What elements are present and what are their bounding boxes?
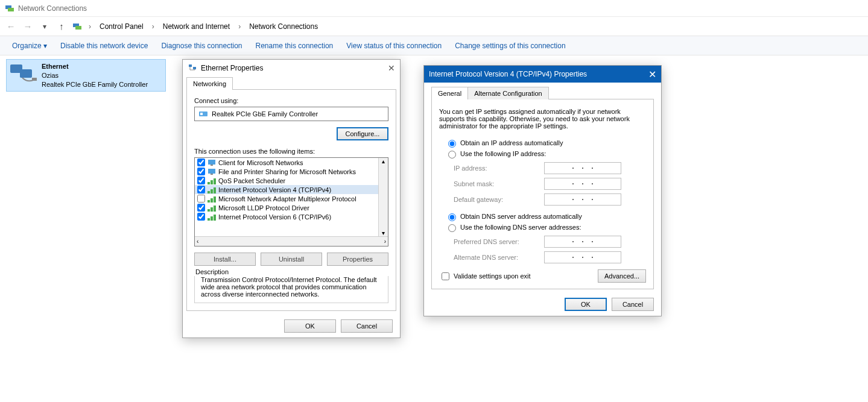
- cancel-button[interactable]: Cancel: [341, 319, 393, 333]
- network-icon: [188, 63, 197, 73]
- preferred-dns-field[interactable]: [544, 236, 621, 248]
- svg-rect-1: [8, 8, 14, 11]
- connection-item[interactable]: QoS Packet Scheduler: [195, 176, 378, 185]
- subnet-field[interactable]: [544, 178, 621, 190]
- adapter-field[interactable]: Realtek PCIe GbE Family Controller: [194, 107, 388, 121]
- advanced-button[interactable]: Advanced...: [598, 269, 646, 283]
- connection-item[interactable]: Internet Protocol Version 6 (TCP/IPv6): [195, 212, 378, 221]
- up-button[interactable]: ↑: [55, 21, 68, 31]
- organize-menu[interactable]: Organize ▾: [12, 42, 47, 50]
- svg-rect-13: [208, 169, 215, 174]
- radio-use-ip[interactable]: Use the following IP address:: [445, 149, 646, 159]
- radio-obtain-dns[interactable]: Obtain DNS server address automatically: [445, 212, 646, 221]
- svg-rect-6: [32, 78, 37, 81]
- breadcrumb-control-panel[interactable]: Control Panel: [98, 22, 145, 31]
- adapter-icon: [198, 109, 208, 119]
- radio-obtain-dns-input[interactable]: [448, 213, 456, 221]
- svg-rect-27: [207, 218, 210, 221]
- svg-rect-26: [214, 206, 216, 212]
- validate-checkbox[interactable]: Validate settings upon exit: [439, 271, 531, 282]
- cancel-button[interactable]: Cancel: [612, 298, 654, 311]
- item-checkbox[interactable]: [197, 177, 205, 184]
- address-bar: ← → ▾ ↑ › Control Panel › Network and In…: [0, 17, 868, 36]
- breadcrumb-network-internet[interactable]: Network and Internet: [161, 22, 232, 31]
- item-checkbox[interactable]: [197, 204, 205, 212]
- radio-obtain-ip-input[interactable]: [448, 140, 456, 148]
- svg-rect-14: [211, 174, 213, 175]
- connection-adapter: Realtek PCIe GbE Family Controller: [42, 80, 148, 89]
- close-icon[interactable]: ✕: [648, 69, 656, 80]
- network-icon: [5, 4, 14, 13]
- network-protocol-icon: [207, 204, 216, 212]
- radio-use-dns[interactable]: Use the following DNS server addresses:: [445, 222, 646, 232]
- recent-dropdown[interactable]: ▾: [39, 22, 51, 31]
- item-label: QoS Packet Scheduler: [218, 177, 285, 184]
- svg-rect-23: [214, 196, 216, 203]
- tab-alternate-configuration[interactable]: Alternate Configuration: [467, 87, 549, 99]
- install-button[interactable]: Install...: [194, 253, 256, 266]
- connection-icon: [9, 62, 38, 86]
- item-checkbox[interactable]: [197, 186, 205, 193]
- vertical-scrollbar[interactable]: ▴▾: [378, 158, 388, 236]
- svg-rect-15: [207, 182, 210, 184]
- rename-connection[interactable]: Rename this connection: [256, 42, 334, 50]
- monitor-icon: [207, 159, 216, 166]
- connection-name: Ethernet: [42, 62, 148, 71]
- alternate-dns-field[interactable]: [544, 251, 621, 263]
- ipv4-properties-dialog: Internet Protocol Version 4 (TCP/IPv4) P…: [423, 65, 662, 316]
- monitor-icon: [207, 168, 216, 175]
- item-checkbox[interactable]: [197, 213, 205, 221]
- validate-checkbox-input[interactable]: [442, 272, 449, 280]
- gateway-field[interactable]: [544, 193, 621, 206]
- network-protocol-icon: [207, 195, 216, 203]
- item-checkbox[interactable]: [197, 168, 205, 175]
- radio-use-dns-input[interactable]: [448, 224, 456, 232]
- ok-button[interactable]: OK: [565, 298, 607, 311]
- connection-item-ethernet[interactable]: Ethernet Ozias Realtek PCIe GbE Family C…: [6, 59, 166, 92]
- ip-address-field[interactable]: [544, 162, 621, 174]
- connection-item[interactable]: File and Printer Sharing for Microsoft N…: [195, 167, 378, 176]
- forward-button[interactable]: →: [22, 21, 34, 31]
- description-label: Description: [194, 266, 388, 277]
- subnet-label: Subnet mask:: [454, 180, 544, 187]
- item-label: Internet Protocol Version 4 (TCP/IPv4): [218, 186, 331, 193]
- close-icon[interactable]: ✕: [388, 63, 395, 73]
- breadcrumb-network-connections[interactable]: Network Connections: [247, 22, 320, 31]
- uses-items-label: This connection uses the following items…: [194, 148, 388, 155]
- item-checkbox[interactable]: [197, 195, 205, 203]
- window-title: Network Connections: [18, 4, 87, 13]
- change-settings[interactable]: Change settings of this connection: [455, 42, 565, 50]
- svg-rect-28: [211, 216, 213, 221]
- radio-obtain-ip[interactable]: Obtain an IP address automatically: [445, 138, 646, 148]
- svg-rect-19: [211, 189, 213, 193]
- ok-button[interactable]: OK: [284, 319, 336, 333]
- horizontal-scrollbar[interactable]: ‹›: [195, 236, 388, 246]
- svg-rect-3: [75, 26, 81, 30]
- properties-button[interactable]: Properties: [327, 253, 388, 266]
- tab-networking[interactable]: Networking: [186, 77, 233, 90]
- uninstall-button[interactable]: Uninstall: [261, 253, 322, 266]
- configure-button[interactable]: Configure...: [337, 127, 388, 140]
- item-label: Internet Protocol Version 6 (TCP/IPv6): [218, 213, 331, 221]
- connection-item[interactable]: Client for Microsoft Networks: [195, 158, 378, 167]
- connection-item[interactable]: Microsoft Network Adapter Multiplexor Pr…: [195, 194, 378, 203]
- connection-item[interactable]: Microsoft LLDP Protocol Driver: [195, 203, 378, 212]
- view-status[interactable]: View status of this connection: [346, 42, 442, 50]
- svg-rect-5: [20, 69, 32, 78]
- network-icon: [72, 22, 82, 31]
- items-listbox: Client for Microsoft NetworksFile and Pr…: [194, 157, 388, 247]
- tab-general[interactable]: General: [431, 87, 468, 99]
- svg-rect-17: [214, 178, 216, 184]
- item-label: Microsoft Network Adapter Multiplexor Pr…: [218, 195, 356, 203]
- svg-rect-20: [214, 187, 216, 193]
- item-checkbox[interactable]: [197, 159, 205, 166]
- connection-item[interactable]: Internet Protocol Version 4 (TCP/IPv4): [195, 185, 378, 194]
- disable-device[interactable]: Disable this network device: [60, 42, 148, 50]
- radio-use-ip-input[interactable]: [448, 151, 456, 159]
- intro-text: You can get IP settings assigned automat…: [439, 108, 646, 130]
- diagnose-connection[interactable]: Diagnose this connection: [161, 42, 242, 50]
- ip-address-label: IP address:: [454, 165, 544, 172]
- back-button[interactable]: ←: [5, 21, 17, 31]
- svg-rect-21: [207, 200, 210, 203]
- item-label: Client for Microsoft Networks: [218, 159, 303, 166]
